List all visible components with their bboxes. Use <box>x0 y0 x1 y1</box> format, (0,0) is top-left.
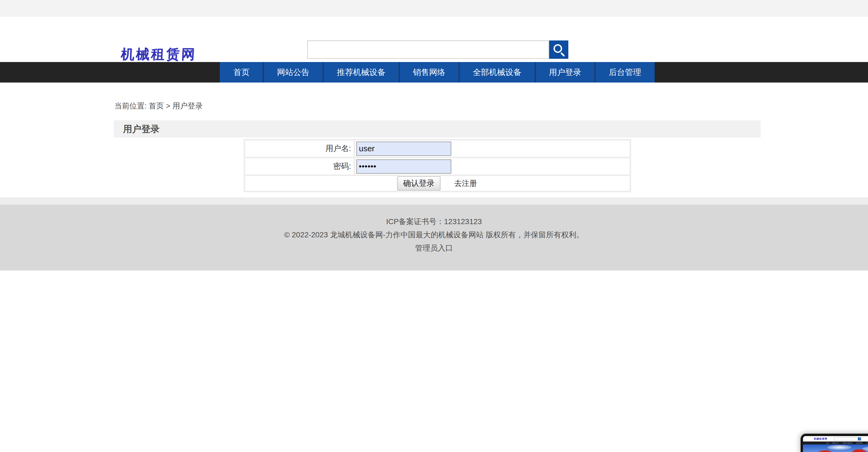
nav-item-sales-network[interactable]: 销售网络 <box>399 62 459 83</box>
search-button[interactable] <box>549 40 568 59</box>
search-input[interactable] <box>307 40 549 59</box>
pip-nav-item: 网站公告 <box>832 442 839 444</box>
login-form-table: 用户名: 密码: 确认登录 去注册 <box>244 139 631 192</box>
pip-preview-window[interactable]: 机械租赁网 首页 网站公告 推荐机械设备 销售网络 全部机械设备 用户登录 后台… <box>801 434 868 452</box>
nav-item-recommended-equipment[interactable]: 推荐机械设备 <box>323 62 399 83</box>
main-nav: 首页 网站公告 推荐机械设备 销售网络 全部机械设备 用户登录 后台管理 <box>0 62 868 83</box>
password-label: 密码: <box>245 158 354 175</box>
password-input[interactable] <box>356 159 451 174</box>
login-panel-title: 用户登录 <box>114 120 761 137</box>
footer-admin-link[interactable]: 管理员入口 <box>415 244 453 252</box>
pip-screen: 机械租赁网 首页 网站公告 推荐机械设备 销售网络 全部机械设备 用户登录 后台… <box>803 436 868 452</box>
site-logo: 机械租赁网 <box>120 45 197 63</box>
password-row: 密码: <box>245 158 630 175</box>
pip-search-input <box>834 438 858 441</box>
footer-divider <box>0 197 868 205</box>
register-link[interactable]: 去注册 <box>454 179 477 187</box>
breadcrumb-separator-icon: > <box>166 102 170 110</box>
username-input[interactable] <box>356 141 451 156</box>
nav-item-user-login[interactable]: 用户登录 <box>535 62 595 83</box>
topbar <box>0 0 868 17</box>
breadcrumb-current: 用户登录 <box>173 102 203 110</box>
pip-nav-item: 销售网络 <box>856 442 863 444</box>
nav-item-home[interactable]: 首页 <box>220 62 263 83</box>
pip-banner-image <box>803 445 868 452</box>
nav-item-announcements[interactable]: 网站公告 <box>263 62 323 83</box>
username-row: 用户名: <box>245 140 630 157</box>
page-footer: ICP备案证书号：123123123 © 2022-2023 龙城机械设备网-力… <box>0 205 868 270</box>
pip-site-logo: 机械租赁网 <box>814 437 827 441</box>
pip-nav-item: 首页 <box>826 442 829 444</box>
pip-nav: 首页 网站公告 推荐机械设备 销售网络 全部机械设备 用户登录 后台管理 <box>803 442 868 445</box>
site-header: 机械租赁网 <box>0 17 868 62</box>
footer-copyright: © 2022-2023 龙城机械设备网-力作中国最大的机械设备网站 版权所有，并… <box>0 231 868 239</box>
pip-search-icon <box>858 438 861 441</box>
actions-row: 确认登录 去注册 <box>245 175 630 191</box>
username-label: 用户名: <box>245 140 354 157</box>
pip-header: 机械租赁网 <box>803 436 868 442</box>
breadcrumb-home-link[interactable]: 首页 <box>149 102 164 110</box>
nav-item-admin[interactable]: 后台管理 <box>595 62 655 83</box>
search-icon <box>554 44 562 53</box>
confirm-login-button[interactable]: 确认登录 <box>398 176 440 190</box>
pip-search-bar <box>834 438 861 441</box>
pip-nav-item: 推荐机械设备 <box>843 442 852 444</box>
banner-red-calligraphy-shape <box>815 449 833 452</box>
breadcrumb: 当前位置: 首页 > 用户登录 <box>114 102 868 110</box>
login-panel: 用户登录 用户名: 密码: 确认登录 去注册 <box>114 120 761 192</box>
cloud-shape <box>827 445 851 450</box>
pip-nav-item: 全部机械设备 <box>866 442 868 444</box>
nav-item-all-equipment[interactable]: 全部机械设备 <box>459 62 535 83</box>
breadcrumb-prefix: 当前位置: <box>114 102 147 110</box>
search-bar <box>307 40 568 59</box>
nav-menu: 首页 网站公告 推荐机械设备 销售网络 全部机械设备 用户登录 后台管理 <box>220 62 655 83</box>
footer-icp: ICP备案证书号：123123123 <box>0 218 868 226</box>
